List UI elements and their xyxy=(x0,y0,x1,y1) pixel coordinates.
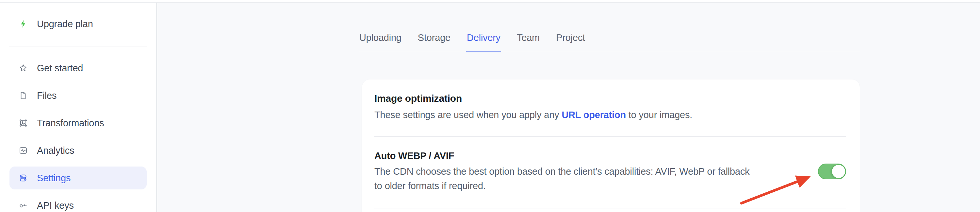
activity-pulse-icon xyxy=(19,146,28,155)
file-icon xyxy=(19,91,28,100)
sidebar-item-label: Analytics xyxy=(37,145,74,156)
key-icon xyxy=(19,201,28,210)
settings-tab-bar: Uploading Storage Delivery Team Project xyxy=(359,33,860,52)
star-icon xyxy=(19,63,28,72)
image-optimization-card: Image optimization These settings are us… xyxy=(362,79,860,212)
sidebar-item-upgrade-plan[interactable]: Upgrade plan xyxy=(0,17,156,31)
sidebar-divider xyxy=(9,46,147,47)
auto-format-toggle[interactable] xyxy=(818,164,846,179)
tab-team[interactable]: Team xyxy=(516,33,540,52)
sidebar-item-transformations[interactable]: Transformations xyxy=(10,109,147,137)
sidebar-item-label: Settings xyxy=(37,172,70,184)
setting-text: Auto WEBP / AVIF The CDN chooses the bes… xyxy=(374,150,750,193)
tab-uploading[interactable]: Uploading xyxy=(359,33,402,52)
sidebar: Upgrade plan Get started Files xyxy=(0,3,157,212)
sidebar-item-files[interactable]: Files xyxy=(10,82,147,109)
sidebar-item-label: API keys xyxy=(37,199,74,211)
lightning-bolt-icon xyxy=(19,19,28,29)
tab-delivery[interactable]: Delivery xyxy=(466,33,501,52)
auto-webp-avif-setting-row: Auto WEBP / AVIF The CDN chooses the bes… xyxy=(374,137,846,193)
card-description: These settings are used when you apply a… xyxy=(374,109,846,121)
sidebar-item-label: Files xyxy=(37,90,57,101)
toggles-icon xyxy=(19,173,28,183)
card-divider xyxy=(374,208,846,209)
tab-project[interactable]: Project xyxy=(555,33,586,52)
sidebar-item-label: Get started xyxy=(37,62,83,74)
card-description-suffix: to your images. xyxy=(626,109,692,120)
sidebar-item-analytics[interactable]: Analytics xyxy=(10,137,147,164)
sidebar-item-api-keys[interactable]: API keys xyxy=(10,192,147,212)
setting-description: The CDN chooses the best option based on… xyxy=(374,164,750,193)
toggle-knob xyxy=(831,164,846,178)
sidebar-item-label: Transformations xyxy=(37,117,104,129)
sidebar-nav: Get started Files Transformations xyxy=(0,54,156,212)
card-description-prefix: These settings are used when you apply a… xyxy=(374,109,562,120)
tab-storage[interactable]: Storage xyxy=(417,33,451,52)
transform-frame-icon xyxy=(19,119,28,128)
sidebar-item-settings[interactable]: Settings xyxy=(10,164,147,192)
setting-label: Auto WEBP / AVIF xyxy=(374,150,750,162)
card-title: Image optimization xyxy=(374,93,846,104)
sidebar-item-get-started[interactable]: Get started xyxy=(10,54,147,82)
sidebar-item-label: Upgrade plan xyxy=(37,18,93,30)
top-bar xyxy=(0,0,980,3)
url-operation-link[interactable]: URL operation xyxy=(562,109,626,120)
